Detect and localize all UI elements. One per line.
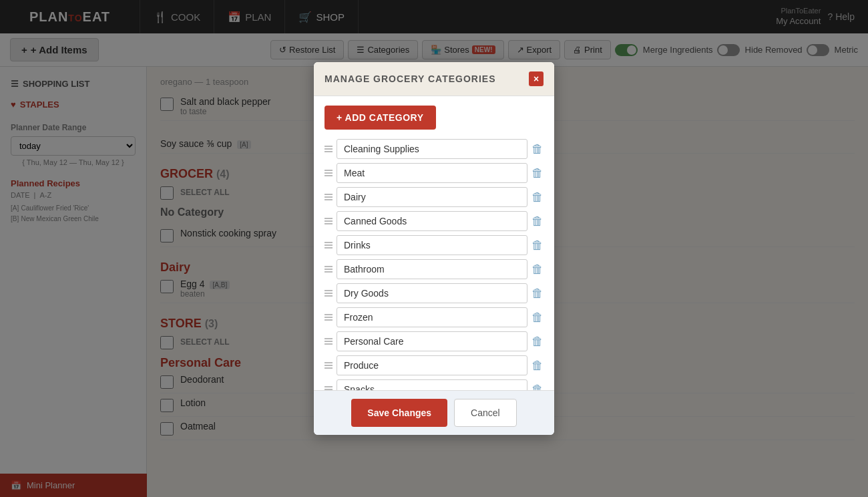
- save-label: Save Changes: [367, 407, 431, 418]
- modal-footer: Save Changes Cancel: [314, 390, 554, 435]
- category-input-9[interactable]: [337, 355, 527, 375]
- categories-list: 🗑 🗑 🗑 🗑 🗑: [324, 139, 544, 390]
- add-category-label: + ADD CATEGORY: [337, 112, 424, 123]
- cancel-label: Cancel: [471, 407, 500, 418]
- drag-handle[interactable]: [324, 266, 333, 273]
- delete-category-button-10[interactable]: 🗑: [531, 383, 544, 391]
- drag-handle[interactable]: [324, 218, 333, 224]
- save-changes-button[interactable]: Save Changes: [351, 399, 447, 427]
- delete-category-button-5[interactable]: 🗑: [531, 263, 544, 277]
- close-icon: ×: [533, 73, 539, 84]
- modal-overlay: MANAGE GROCERY CATEGORIES × + ADD CATEGO…: [0, 0, 868, 497]
- cancel-button[interactable]: Cancel: [454, 399, 517, 427]
- modal-title: MANAGE GROCERY CATEGORIES: [324, 73, 496, 84]
- delete-category-button-3[interactable]: 🗑: [531, 214, 544, 228]
- modal-close-button[interactable]: ×: [529, 71, 544, 86]
- category-row: 🗑: [324, 355, 544, 375]
- category-row: 🗑: [324, 187, 544, 207]
- category-input-6[interactable]: [337, 283, 527, 303]
- delete-category-button-0[interactable]: 🗑: [531, 142, 544, 156]
- modal-header: MANAGE GROCERY CATEGORIES ×: [314, 62, 554, 96]
- category-input-8[interactable]: [337, 331, 527, 351]
- delete-category-button-1[interactable]: 🗑: [531, 166, 544, 180]
- category-input-7[interactable]: [337, 307, 527, 327]
- category-row: 🗑: [324, 331, 544, 351]
- category-input-3[interactable]: [337, 211, 527, 231]
- delete-category-button-6[interactable]: 🗑: [531, 287, 544, 301]
- drag-handle[interactable]: [324, 386, 333, 390]
- category-row: 🗑: [324, 235, 544, 255]
- category-row: 🗑: [324, 379, 544, 390]
- drag-handle[interactable]: [324, 314, 333, 321]
- delete-category-button-4[interactable]: 🗑: [531, 238, 544, 253]
- category-input-10[interactable]: [337, 379, 527, 390]
- category-row: 🗑: [324, 283, 544, 303]
- drag-handle[interactable]: [324, 338, 333, 345]
- category-row: 🗑: [324, 259, 544, 279]
- delete-category-button-8[interactable]: 🗑: [531, 335, 544, 349]
- drag-handle[interactable]: [324, 170, 333, 176]
- delete-category-button-9[interactable]: 🗑: [531, 359, 544, 373]
- manage-categories-modal: MANAGE GROCERY CATEGORIES × + ADD CATEGO…: [314, 62, 554, 435]
- drag-handle[interactable]: [324, 146, 333, 152]
- category-input-2[interactable]: [337, 187, 527, 207]
- drag-handle[interactable]: [324, 242, 333, 248]
- category-input-4[interactable]: [337, 235, 527, 255]
- add-category-button[interactable]: + ADD CATEGORY: [324, 106, 436, 130]
- delete-category-button-2[interactable]: 🗑: [531, 190, 544, 204]
- drag-handle[interactable]: [324, 290, 333, 297]
- drag-handle[interactable]: [324, 362, 333, 369]
- modal-body: + ADD CATEGORY 🗑 🗑 🗑 🗑: [314, 96, 554, 390]
- drag-handle[interactable]: [324, 194, 333, 200]
- delete-category-button-7[interactable]: 🗑: [531, 311, 544, 325]
- category-row: 🗑: [324, 163, 544, 183]
- category-input-1[interactable]: [337, 163, 527, 183]
- category-row: 🗑: [324, 211, 544, 231]
- category-input-0[interactable]: [337, 139, 527, 159]
- category-row: 🗑: [324, 307, 544, 327]
- category-input-5[interactable]: [337, 259, 527, 279]
- category-row: 🗑: [324, 139, 544, 159]
